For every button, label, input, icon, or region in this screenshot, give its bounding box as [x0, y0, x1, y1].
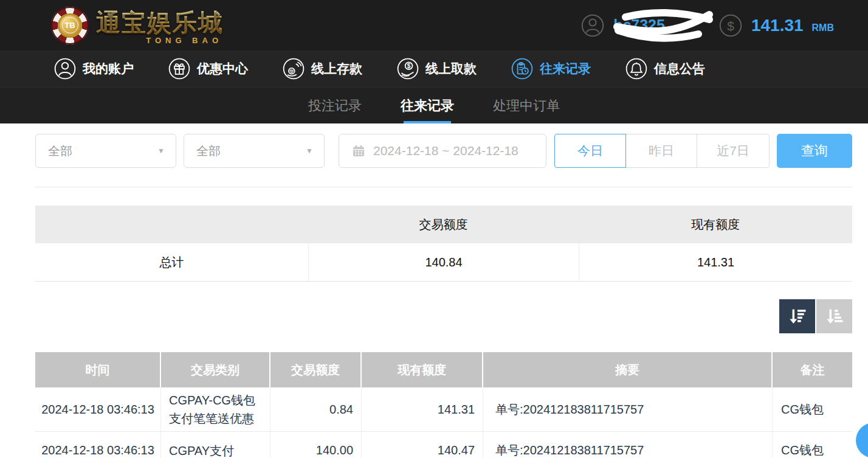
cell-time: 2024-12-18 03:46:13 — [35, 432, 161, 458]
cell-note: CG钱包 — [773, 432, 852, 458]
summary-total-label: 总计 — [35, 243, 308, 281]
select-value: 全部 — [196, 143, 221, 159]
nav-label: 优惠中心 — [197, 60, 248, 77]
cell-type: CGPAY支付 — [161, 432, 270, 458]
tab-label: 往来记录 — [401, 97, 454, 115]
cell-type: CGPAY-CG钱包支付笔笔送优惠 — [161, 387, 270, 431]
col-header-time: 时间 — [35, 352, 161, 387]
sort-controls — [35, 299, 852, 333]
cell-summary: 单号:202412183811715757 — [483, 387, 773, 431]
summary-header-empty — [35, 206, 308, 243]
summary-table: 交易额度 现有额度 总计 140.84 141.31 — [35, 206, 852, 282]
col-header-amount: 交易额度 — [270, 352, 362, 387]
nav-label: 我的账户 — [83, 60, 134, 77]
chevron-down-icon: ▼ — [306, 147, 313, 155]
balance-currency: RMB — [812, 18, 834, 33]
subcategory-select[interactable]: 全部 ▼ — [184, 134, 325, 168]
today-button[interactable]: 今日 — [554, 134, 626, 168]
cell-note: CG钱包 — [773, 387, 852, 431]
gift-icon — [168, 57, 191, 80]
balance[interactable]: $ 141.31 RMB — [718, 13, 834, 38]
cell-balance: 141.31 — [362, 387, 483, 431]
logo-text: 通宝娱乐城 TONG BAO — [96, 6, 224, 45]
summary-total-balance: 141.31 — [579, 243, 852, 281]
site-subtitle: TONG BAO — [96, 36, 224, 45]
chip-monogram: TB — [62, 17, 78, 33]
col-header-note: 备注 — [773, 352, 852, 387]
tab-betting-records[interactable]: 投注记录 — [308, 88, 362, 123]
svg-text:$: $ — [727, 18, 734, 32]
nav-label: 往来记录 — [540, 60, 591, 77]
deposit-hand-coin-icon — [282, 57, 305, 80]
last7days-button[interactable]: 近7日 — [697, 134, 770, 168]
col-header-type: 交易类别 — [161, 352, 270, 387]
cell-amount: 140.00 — [270, 432, 362, 458]
date-range-value: 2024-12-18 ~ 2024-12-18 — [373, 144, 518, 158]
tab-label: 处理中订单 — [493, 97, 560, 115]
topbar-right: bc7325 $ 141.31 RMB — [580, 13, 834, 38]
col-header-balance: 现有额度 — [362, 352, 483, 387]
calendar-icon — [351, 144, 366, 158]
nav-item-deposit[interactable]: 线上存款 — [282, 57, 362, 80]
records-table: 时间 交易类别 交易额度 现有额度 摘要 备注 2024-12-18 03:46… — [35, 352, 852, 458]
sort-descending-button[interactable] — [779, 299, 815, 333]
filter-bar: 全部 ▼ 全部 ▼ 2024-12-18 ~ 2024-12-18 今日 昨日 — [35, 134, 852, 168]
search-button[interactable]: 查询 — [777, 134, 852, 168]
quick-range-group: 今日 昨日 近7日 — [554, 134, 770, 168]
sort-descending-icon — [787, 306, 808, 327]
user-icon — [580, 13, 605, 38]
svg-text:$: $ — [407, 63, 411, 69]
col-header-summary: 摘要 — [483, 352, 773, 387]
nav-item-withdraw[interactable]: $ 线上取款 — [396, 57, 477, 80]
summary-header-transaction: 交易额度 — [308, 206, 579, 243]
select-value: 全部 — [48, 143, 72, 159]
sort-ascending-icon — [824, 306, 845, 327]
nav-label: 信息公告 — [654, 60, 705, 77]
user-circle-icon — [53, 57, 77, 80]
dollar-icon: $ — [718, 13, 743, 38]
casino-chip-icon: TB — [51, 7, 89, 44]
user-account[interactable]: bc7325 — [580, 13, 665, 38]
balance-amount: 141.31 — [751, 16, 804, 35]
nav-item-promotions[interactable]: 优惠中心 — [168, 57, 248, 80]
nav-label: 线上取款 — [425, 60, 477, 77]
content-area: 全部 ▼ 全部 ▼ 2024-12-18 ~ 2024-12-18 今日 昨日 — [0, 134, 868, 458]
nav-item-transaction-records[interactable]: 往来记录 — [511, 57, 591, 80]
sort-ascending-button[interactable] — [816, 299, 852, 333]
nav-item-my-account[interactable]: 我的账户 — [53, 57, 134, 80]
category-select[interactable]: 全部 ▼ — [35, 134, 176, 168]
withdraw-hand-dollar-icon: $ — [396, 57, 419, 80]
yesterday-button[interactable]: 昨日 — [625, 134, 697, 168]
bell-icon — [625, 57, 648, 80]
main-navigation: 我的账户 优惠中心 线上存款 — [0, 50, 868, 87]
top-header: TB 通宝娱乐城 TONG BAO bc7325 $ — [0, 0, 868, 50]
tab-transaction-records[interactable]: 往来记录 — [401, 88, 454, 123]
tab-processing-orders[interactable]: 处理中订单 — [493, 88, 560, 123]
nav-label: 线上存款 — [311, 60, 362, 77]
table-row: 2024-12-18 03:46:13 CGPAY支付 140.00 140.4… — [35, 432, 852, 458]
username-text: bc7325 — [613, 16, 665, 34]
record-tabs: 投注记录 往来记录 处理中订单 — [0, 87, 868, 123]
chevron-down-icon: ▼ — [157, 147, 165, 155]
cell-time: 2024-12-18 03:46:13 — [35, 387, 161, 431]
summary-header-row: 交易额度 现有额度 — [35, 206, 852, 243]
summary-header-balance: 现有额度 — [579, 206, 852, 243]
date-range-input[interactable]: 2024-12-18 ~ 2024-12-18 — [339, 134, 546, 168]
divider-line — [35, 187, 852, 187]
cell-summary: 单号:202412183811715757 — [483, 432, 773, 458]
records-header-row: 时间 交易类别 交易额度 现有额度 摘要 备注 — [35, 352, 852, 387]
tab-label: 投注记录 — [308, 97, 362, 115]
transaction-record-icon — [511, 57, 534, 80]
cell-amount: 0.84 — [270, 387, 362, 431]
site-logo[interactable]: TB 通宝娱乐城 TONG BAO — [51, 6, 224, 45]
summary-total-transaction: 140.84 — [308, 243, 579, 281]
nav-item-announcements[interactable]: 信息公告 — [625, 57, 705, 80]
cell-balance: 140.47 — [362, 432, 483, 458]
site-title: 通宝娱乐城 — [96, 6, 224, 40]
table-row: 2024-12-18 03:46:13 CGPAY-CG钱包支付笔笔送优惠 0.… — [35, 387, 852, 432]
summary-total-row: 总计 140.84 141.31 — [35, 243, 852, 282]
